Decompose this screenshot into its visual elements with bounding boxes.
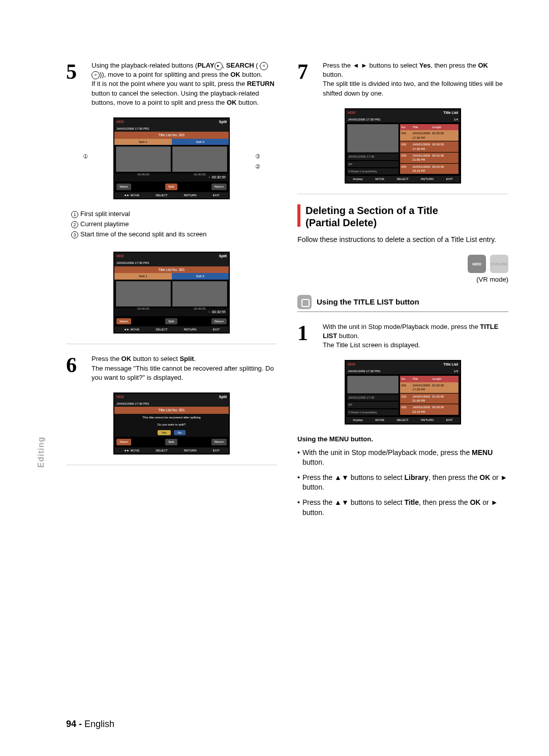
- scr2-tl: 00:00:00: [137, 307, 149, 311]
- r1l: 00:30:55: [431, 141, 459, 152]
- m1b: MENU: [472, 448, 493, 457]
- rev-icon: «: [260, 62, 268, 70]
- tl3-fr: RETURN: [421, 418, 434, 422]
- scr2-thumb1: 00:00:00: [116, 281, 171, 307]
- step5-play: PLAY: [197, 62, 214, 69]
- r2no: 003: [400, 153, 411, 163]
- foot-select: SELECT: [156, 193, 167, 197]
- r32l: 00:30:00: [431, 404, 459, 415]
- r1no: 002: [400, 141, 411, 152]
- red-bar-icon: [297, 204, 300, 227]
- foot-exit: EXIT: [213, 193, 220, 197]
- tl3-hdd: HDD: [348, 362, 355, 367]
- r31l: 01:00:00: [431, 394, 459, 404]
- scr2-split: Split: [165, 318, 177, 324]
- subhead-divider: [297, 311, 508, 312]
- left-column: 5 Using the playback-related buttons (PL…: [66, 61, 277, 523]
- s6t1: Press the: [92, 355, 121, 362]
- step-1: 1 With the unit in Stop mode/Playback mo…: [297, 322, 508, 350]
- tl3-page: 1/3: [454, 369, 458, 373]
- step-7: 7 Press the ◄ ► buttons to select Yes, t…: [297, 61, 508, 98]
- m3b: Title: [404, 498, 419, 506]
- tl4-thumb: [347, 124, 399, 153]
- scr2-return: Return: [211, 318, 227, 324]
- scr2-thumb2: 00:30:55: [172, 281, 227, 307]
- tl3-date: JAN/01/2006 17:30 PR1: [348, 369, 381, 373]
- s1t2: button.: [337, 332, 359, 340]
- tl4-fs: SELECT: [396, 177, 408, 181]
- btn-yes: Yes: [158, 430, 171, 435]
- r31no: 002: [400, 394, 411, 404]
- r31t: JAN/01/2006 21:00 PR: [411, 394, 431, 404]
- step-5: 5 Using the playback-related buttons (PL…: [66, 61, 277, 107]
- side-tab-label: Editing: [36, 437, 47, 468]
- scr3-fr: RETURN: [184, 448, 197, 452]
- step5-p2a: If it is not the point where you want to…: [92, 80, 247, 87]
- s6t2: button to select: [131, 355, 179, 362]
- step5-t2: ,: [223, 62, 226, 69]
- screen-title-list-3: HDDTitle List JAN/01/2006 17:30 PR11/3 J…: [345, 360, 461, 424]
- page-footer: 94 - English: [66, 718, 114, 731]
- menu-item-3: Press the ▲▼ buttons to select Title, th…: [297, 498, 508, 518]
- scr2-tr: 00:30:55: [194, 307, 205, 311]
- scr3-fm: ◄► MOVE: [124, 448, 139, 452]
- callout-1: ➀: [83, 153, 87, 160]
- ann1: First split interval: [80, 210, 130, 218]
- step1-number: 1: [297, 322, 318, 350]
- tl4-info-sp: SP: [347, 161, 399, 167]
- tl4-fm: MOVE: [375, 177, 384, 181]
- step7-number: 7: [297, 61, 318, 98]
- m2d: OK: [479, 473, 490, 481]
- r3l: 00:02:06: [431, 164, 459, 174]
- callout-3: ➂: [256, 153, 260, 160]
- right-divider-1: [297, 194, 508, 194]
- dvd-media-icon: DVD-RW: [490, 255, 508, 273]
- scr2-header: Title List No. 001: [114, 266, 229, 274]
- callout-2: ➁: [256, 163, 260, 170]
- tl4-page: 1/4: [454, 117, 458, 122]
- th3-no: No.: [400, 376, 411, 382]
- scr3-right: Split: [219, 395, 227, 400]
- s7t4: The split title is divided into two, and…: [323, 80, 503, 97]
- tl3-info-vmode: V-Mode Compatibility: [347, 409, 399, 415]
- hdd-media-icon: HDD: [468, 255, 486, 273]
- screen-split-2: HDDSplit JAN/01/2006 17:30 PR1 Title Lis…: [113, 252, 230, 334]
- tl3-fs: SELECT: [396, 418, 408, 422]
- tl4-info-vmode: V-Mode Compatibility: [347, 168, 399, 174]
- callout-legend: 1First split interval 2Current playtime …: [71, 209, 277, 239]
- m2c: , then press the: [429, 473, 479, 481]
- confirm-msg2: Do you want to split?: [114, 421, 229, 428]
- r3no: 004: [400, 164, 411, 174]
- btn-no: No: [174, 430, 186, 435]
- vr-mode-label: (VR mode): [297, 275, 508, 284]
- step5-number: 5: [66, 61, 86, 107]
- th-no: No.: [400, 124, 411, 130]
- step5-ok2: OK: [227, 99, 237, 106]
- split2-tab: Split 2: [172, 139, 229, 145]
- scr3-header: Title List No. 001: [114, 407, 229, 414]
- m1c: button.: [302, 458, 324, 466]
- r30t: JAN/01/2006 17:30 PR: [411, 382, 431, 393]
- m3d: OK: [470, 498, 480, 506]
- m1a: With the unit in Stop mode/Playback mode…: [302, 448, 472, 457]
- s1t3: The Title List screen is displayed.: [323, 341, 420, 349]
- r32t: JAN/01/2006 23:15 PR: [411, 404, 431, 415]
- m2a: Press the ▲▼ buttons to select: [302, 473, 404, 481]
- m2b: Library: [404, 473, 428, 481]
- th3-len: Length: [431, 376, 459, 382]
- using-title-list: Using the TITLE LIST button: [317, 296, 419, 307]
- scr3-date: JAN/01/2006 17:30 PR1: [116, 402, 149, 406]
- right-column: 7 Press the ◄ ► buttons to select Yes, t…: [297, 61, 508, 523]
- s6b2: Split: [179, 355, 194, 362]
- left-divider-2: [66, 465, 277, 465]
- s6t4: The message "This title cannot be recove…: [92, 365, 274, 381]
- btn-select: Select: [116, 184, 131, 190]
- r1t: JAN/01/2006 17:30 PR: [411, 141, 431, 152]
- btn-return: Return: [211, 184, 227, 190]
- r0t: JAN/01/2006 17:30 PR: [411, 130, 431, 141]
- time-left: 00:00:00: [137, 172, 149, 176]
- scr-hdd: HDD: [116, 119, 124, 125]
- scr3-hdd: HDD: [116, 395, 124, 400]
- scr-list-header: Title List No. 001: [114, 132, 229, 139]
- scr2-fe: EXIT: [213, 327, 220, 331]
